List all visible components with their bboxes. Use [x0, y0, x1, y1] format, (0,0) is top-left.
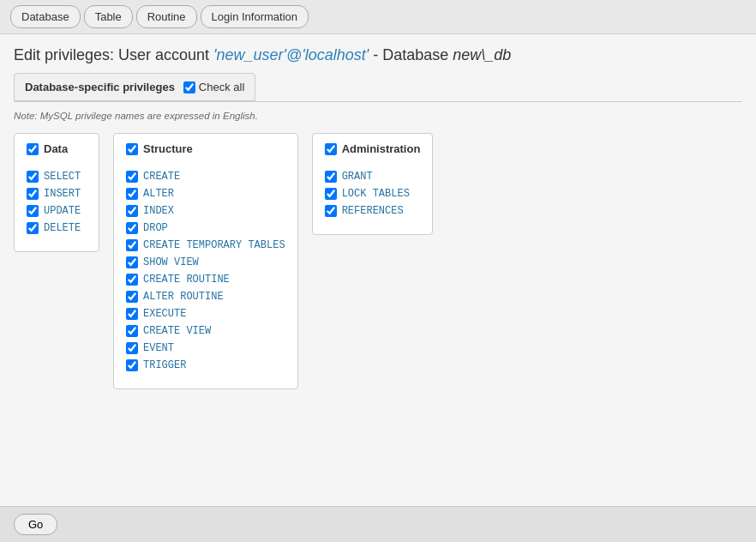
- administration-group: Administration GRANT LOCK TABLES REFEREN…: [312, 133, 434, 235]
- list-item: LOCK TABLES: [325, 188, 421, 200]
- delete-checkbox[interactable]: [27, 222, 39, 234]
- privilege-groups: Data SELECT INSERT UPDATE DELETE: [14, 133, 742, 389]
- list-item: GRANT: [325, 171, 421, 183]
- update-checkbox[interactable]: [27, 205, 39, 217]
- list-item: TRIGGER: [126, 359, 285, 371]
- page-title: Edit privileges: User account 'new_user'…: [0, 34, 756, 73]
- show-view-checkbox[interactable]: [126, 256, 138, 268]
- data-group-label: Data: [44, 142, 68, 155]
- tab-login-information[interactable]: Login Information: [201, 5, 309, 28]
- event-checkbox[interactable]: [126, 342, 138, 354]
- grant-label: GRANT: [342, 171, 373, 183]
- structure-group-header: Structure: [126, 142, 285, 160]
- data-group-header: Data: [27, 142, 87, 160]
- select-checkbox[interactable]: [27, 171, 39, 183]
- trigger-label: TRIGGER: [143, 359, 186, 371]
- data-group-checkbox[interactable]: [27, 143, 39, 155]
- page-title-prefix: Edit privileges: User account: [14, 46, 213, 63]
- list-item: SHOW VIEW: [126, 256, 285, 268]
- section-header-label: Database-specific privileges: [25, 81, 175, 93]
- page-title-db: new\_db: [453, 46, 511, 63]
- data-group: Data SELECT INSERT UPDATE DELETE: [14, 133, 99, 252]
- list-item: REFERENCES: [325, 205, 421, 217]
- references-label: REFERENCES: [342, 205, 404, 217]
- create-checkbox[interactable]: [126, 171, 138, 183]
- list-item: DELETE: [27, 222, 87, 234]
- index-checkbox[interactable]: [126, 205, 138, 217]
- tab-table[interactable]: Table: [84, 5, 133, 28]
- lock-tables-checkbox[interactable]: [325, 188, 337, 200]
- check-all-label[interactable]: Check all: [183, 81, 244, 93]
- top-navigation: Database Table Routine Login Information: [0, 0, 756, 34]
- create-temporary-tables-checkbox[interactable]: [126, 239, 138, 251]
- alter-label: ALTER: [143, 188, 174, 200]
- section-divider: [14, 101, 742, 102]
- list-item: SELECT: [27, 171, 87, 183]
- content-area: Database-specific privileges Check all N…: [0, 73, 756, 403]
- list-item: DROP: [126, 222, 285, 234]
- list-item: EXECUTE: [126, 308, 285, 320]
- execute-checkbox[interactable]: [126, 308, 138, 320]
- insert-checkbox[interactable]: [27, 188, 39, 200]
- list-item: CREATE: [126, 171, 285, 183]
- check-all-text: Check all: [199, 81, 244, 93]
- page-title-middle: - Database: [369, 46, 453, 63]
- alter-routine-checkbox[interactable]: [126, 291, 138, 303]
- check-all-checkbox[interactable]: [183, 81, 195, 93]
- drop-label: DROP: [143, 222, 168, 234]
- section-header: Database-specific privileges Check all: [14, 73, 255, 101]
- alter-routine-label: ALTER ROUTINE: [143, 291, 224, 303]
- note-text: Note: MySQL privilege names are expresse…: [14, 111, 742, 121]
- list-item: ALTER ROUTINE: [126, 291, 285, 303]
- references-checkbox[interactable]: [325, 205, 337, 217]
- page-title-user: 'new_user'@'localhost': [213, 46, 369, 63]
- structure-group-checkbox[interactable]: [126, 143, 138, 155]
- administration-group-header: Administration: [325, 142, 421, 160]
- structure-group: Structure CREATE ALTER INDEX DROP: [113, 133, 298, 389]
- structure-group-label: Structure: [143, 142, 193, 155]
- create-routine-label: CREATE ROUTINE: [143, 274, 230, 286]
- tab-routine[interactable]: Routine: [136, 5, 197, 28]
- list-item: INDEX: [126, 205, 285, 217]
- list-item: INSERT: [27, 188, 87, 200]
- administration-group-checkbox[interactable]: [325, 143, 337, 155]
- drop-checkbox[interactable]: [126, 222, 138, 234]
- create-label: CREATE: [143, 171, 180, 183]
- event-label: EVENT: [143, 342, 174, 354]
- grant-checkbox[interactable]: [325, 171, 337, 183]
- administration-group-label: Administration: [342, 142, 421, 155]
- lock-tables-label: LOCK TABLES: [342, 188, 410, 200]
- list-item: EVENT: [126, 342, 285, 354]
- alter-checkbox[interactable]: [126, 188, 138, 200]
- create-view-checkbox[interactable]: [126, 325, 138, 337]
- insert-label: INSERT: [44, 188, 81, 200]
- list-item: UPDATE: [27, 205, 87, 217]
- index-label: INDEX: [143, 205, 174, 217]
- update-label: UPDATE: [44, 205, 81, 217]
- select-label: SELECT: [44, 171, 81, 183]
- create-view-label: CREATE VIEW: [143, 325, 211, 337]
- delete-label: DELETE: [44, 222, 81, 234]
- create-temporary-tables-label: CREATE TEMPORARY TABLES: [143, 239, 285, 251]
- execute-label: EXECUTE: [143, 308, 186, 320]
- list-item: ALTER: [126, 188, 285, 200]
- show-view-label: SHOW VIEW: [143, 256, 199, 268]
- list-item: CREATE ROUTINE: [126, 274, 285, 286]
- tab-database[interactable]: Database: [10, 5, 81, 28]
- trigger-checkbox[interactable]: [126, 359, 138, 371]
- create-routine-checkbox[interactable]: [126, 274, 138, 286]
- list-item: CREATE TEMPORARY TABLES: [126, 239, 285, 251]
- list-item: CREATE VIEW: [126, 325, 285, 337]
